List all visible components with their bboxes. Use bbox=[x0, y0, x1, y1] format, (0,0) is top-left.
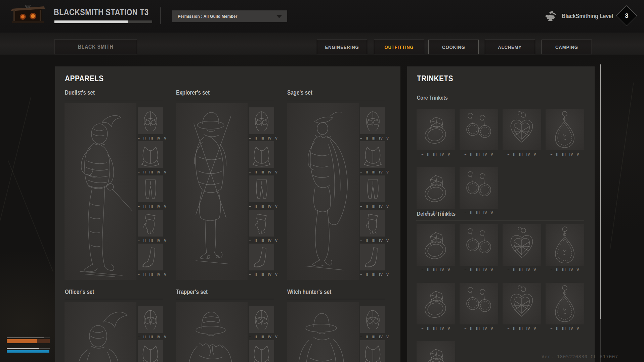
trinket-card-drop-earring: – II III IV V bbox=[546, 283, 584, 330]
gloves-icon bbox=[360, 210, 385, 237]
chest-armor-icon bbox=[360, 141, 385, 168]
hud-mid-line-fill bbox=[7, 348, 39, 349]
tier-indicator: – II III IV V bbox=[249, 170, 274, 174]
craft-slot-chest[interactable] bbox=[138, 141, 163, 168]
craft-slot-helmet[interactable] bbox=[138, 107, 163, 134]
tab-camping[interactable]: CAMPING bbox=[542, 40, 592, 54]
craft-slot-boots[interactable] bbox=[360, 244, 385, 270]
legs-armor-icon bbox=[138, 175, 163, 202]
legs-armor-icon bbox=[249, 175, 274, 202]
craft-slot-ring[interactable] bbox=[417, 109, 455, 150]
craft-slot-helmet[interactable] bbox=[249, 306, 274, 333]
craft-slot-drop-earring[interactable] bbox=[546, 283, 584, 324]
craft-slot-chest[interactable] bbox=[138, 340, 163, 362]
craft-slot-drop-earring[interactable] bbox=[546, 109, 584, 150]
version-text: Ver. 1805220830 CL 617007 bbox=[542, 354, 618, 359]
divider bbox=[65, 299, 163, 299]
craft-slot-helmet[interactable] bbox=[138, 306, 163, 333]
trapper-figure-illustration bbox=[176, 302, 248, 362]
craft-slot-boots[interactable] bbox=[138, 244, 163, 270]
tier-indicator: – II III IV V bbox=[360, 136, 385, 140]
set-card-officer: – II III IV V – II III IV V bbox=[65, 302, 163, 362]
craft-slot-legs[interactable] bbox=[138, 175, 163, 202]
tier-indicator: – II III IV V bbox=[460, 326, 498, 330]
craft-slot-gloves[interactable] bbox=[138, 210, 163, 237]
craft-slot-helmet[interactable] bbox=[360, 306, 385, 333]
boots-icon bbox=[249, 244, 274, 270]
tier-indicator: – II III IV V bbox=[360, 204, 385, 208]
tier-indicator: – II III IV V bbox=[546, 152, 584, 156]
divider bbox=[416, 105, 584, 105]
hud-mid-line-track bbox=[7, 348, 50, 349]
tab-engineering[interactable]: ENGINEERING bbox=[317, 40, 367, 54]
craft-slot-heart-pendant[interactable] bbox=[503, 283, 541, 324]
hud-top-line-track bbox=[7, 338, 50, 338]
trinket-card-earrings: – II III IV V bbox=[460, 167, 498, 215]
craft-slot-chest[interactable] bbox=[249, 141, 274, 168]
craft-slot-helmet[interactable] bbox=[249, 107, 274, 134]
trinket-card-earrings: – II III IV V bbox=[460, 109, 498, 156]
craft-slot-earrings[interactable] bbox=[460, 283, 498, 324]
hud-blue-bar bbox=[7, 350, 49, 353]
tier-indicator: – II III IV V bbox=[360, 335, 385, 339]
divider bbox=[287, 100, 385, 100]
craft-slot-earrings[interactable] bbox=[460, 224, 498, 266]
tier-indicator: – II III IV V bbox=[417, 268, 455, 272]
craft-slot-heart-pendant[interactable] bbox=[503, 224, 541, 266]
tier-indicator: – II III IV V bbox=[360, 239, 385, 243]
tier-indicator: – II III IV V bbox=[546, 326, 584, 330]
trinket-card-drop-earring: – II III IV V bbox=[546, 109, 584, 156]
trinket-card-ring bbox=[417, 341, 455, 362]
craft-slot-earrings[interactable] bbox=[460, 167, 498, 209]
tier-indicator: – II III IV V bbox=[417, 326, 455, 330]
tier-indicator: – II III IV V bbox=[503, 152, 541, 156]
permission-dropdown[interactable]: Permission : All Guild Member bbox=[172, 10, 287, 22]
craft-slot-ring[interactable] bbox=[417, 167, 455, 209]
heart-pendant-icon bbox=[503, 109, 541, 150]
craft-slot-gloves[interactable] bbox=[249, 210, 274, 237]
craft-slot-boots[interactable] bbox=[249, 244, 274, 270]
ring-icon bbox=[417, 167, 455, 209]
craft-slot-heart-pendant[interactable] bbox=[503, 109, 541, 150]
craft-slot-ring[interactable] bbox=[417, 283, 455, 324]
helmet-icon bbox=[138, 306, 163, 333]
tab-outfitting[interactable]: OUTFITTING bbox=[374, 40, 424, 54]
helmet-icon bbox=[360, 306, 385, 333]
set-card-witch-hunter: – II III IV V – II III IV V bbox=[287, 302, 385, 362]
divider bbox=[416, 220, 584, 220]
scrollbar-thumb[interactable] bbox=[600, 64, 601, 319]
craft-slot-gloves[interactable] bbox=[360, 210, 385, 237]
tier-indicator: – II III IV V bbox=[417, 152, 455, 156]
tier-indicator: – II III IV V bbox=[360, 170, 385, 174]
tab-alchemy[interactable]: ALCHEMY bbox=[485, 40, 535, 54]
helmet-icon bbox=[138, 107, 163, 134]
craft-slot-legs[interactable] bbox=[249, 175, 274, 202]
sage-figure-illustration bbox=[287, 103, 359, 280]
craft-slot-ring[interactable] bbox=[417, 341, 455, 362]
apparels-panel: APPARELS Duelist's set Explorer's set Sa… bbox=[55, 66, 400, 362]
chest-armor-icon bbox=[138, 340, 163, 362]
craft-slot-chest[interactable] bbox=[360, 141, 385, 168]
craft-slot-chest[interactable] bbox=[249, 340, 274, 362]
craft-slot-helmet[interactable] bbox=[360, 107, 385, 134]
ring-icon bbox=[417, 283, 455, 324]
anvil-hammer-icon bbox=[544, 10, 558, 22]
craft-slot-chest[interactable] bbox=[360, 340, 385, 362]
drop-earring-icon bbox=[546, 109, 584, 150]
tier-indicator: – II III IV V bbox=[460, 268, 498, 272]
craft-slot-legs[interactable] bbox=[360, 175, 385, 202]
helmet-icon bbox=[249, 107, 274, 134]
craft-slot-drop-earring[interactable] bbox=[546, 224, 584, 266]
craft-slot-earrings[interactable] bbox=[460, 109, 498, 150]
apparels-title: APPARELS bbox=[65, 74, 110, 83]
heart-pendant-icon bbox=[503, 283, 541, 324]
permission-dropdown-value: Permission : All Guild Member bbox=[178, 14, 237, 19]
hud-orange-bar bbox=[7, 339, 50, 343]
craft-slot-ring[interactable] bbox=[417, 224, 455, 266]
boots-icon bbox=[360, 244, 385, 270]
trinket-card-ring: – II III IV V bbox=[417, 109, 455, 156]
chest-armor-icon bbox=[249, 141, 274, 168]
tab-cooking[interactable]: COOKING bbox=[428, 40, 479, 54]
explorer-figure-illustration bbox=[176, 103, 248, 280]
tier-indicator: – II III IV V bbox=[138, 170, 163, 174]
